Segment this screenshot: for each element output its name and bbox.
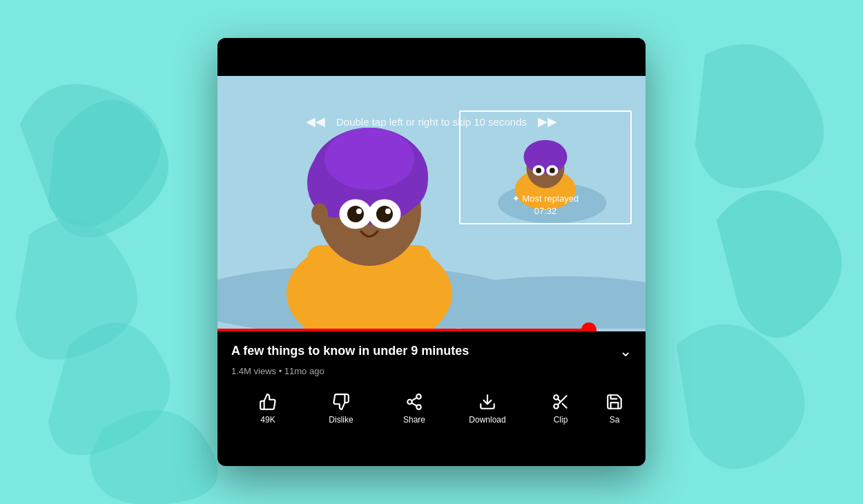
- share-icon: [405, 393, 423, 411]
- progress-bar-container[interactable]: [217, 329, 646, 331]
- top-bar: [217, 38, 646, 76]
- svg-point-30: [536, 168, 541, 173]
- svg-point-20: [311, 203, 328, 225]
- info-panel: A few things to know in under 9 minutes …: [217, 331, 646, 441]
- svg-line-36: [411, 398, 416, 400]
- save-label: Sa: [610, 415, 620, 425]
- download-icon: [478, 393, 496, 411]
- save-button[interactable]: Sa: [597, 387, 632, 430]
- skip-hint-text: Double tap left or right to skip 10 seco…: [336, 116, 527, 128]
- share-label: Share: [403, 415, 425, 425]
- thumbs-up-icon: [259, 393, 277, 411]
- svg-point-31: [550, 168, 555, 173]
- download-button[interactable]: Download: [451, 387, 524, 430]
- svg-point-10: [324, 128, 414, 190]
- save-icon: [605, 393, 623, 411]
- svg-point-25: [524, 140, 568, 174]
- svg-point-17: [376, 206, 393, 222]
- progress-bar: [217, 329, 590, 331]
- thumbs-down-icon: [332, 393, 350, 411]
- dislike-button[interactable]: Dislike: [304, 387, 378, 430]
- phone-container: ◀◀ Double tap left or right to skip 10 s…: [217, 38, 646, 466]
- chevron-down-icon[interactable]: ⌄: [619, 342, 632, 360]
- most-replayed-label: ✦ Most replayed: [512, 193, 579, 204]
- svg-line-35: [411, 403, 416, 406]
- clip-label: Clip: [554, 415, 568, 425]
- svg-point-19: [385, 209, 391, 214]
- like-count: 49K: [260, 415, 275, 425]
- download-label: Download: [469, 415, 505, 425]
- skip-hint-overlay: ◀◀ Double tap left or right to skip 10 s…: [217, 114, 646, 129]
- share-button[interactable]: Share: [378, 387, 451, 430]
- svg-line-42: [558, 399, 561, 402]
- video-area[interactable]: ◀◀ Double tap left or right to skip 10 s…: [217, 76, 646, 331]
- most-replayed-time: 07:32: [534, 206, 557, 216]
- svg-line-41: [563, 404, 567, 408]
- skip-right-arrows: ▶▶: [538, 114, 557, 129]
- dislike-label: Dislike: [329, 415, 353, 425]
- title-row: A few things to know in under 9 minutes …: [231, 342, 632, 360]
- clip-icon: [552, 393, 570, 411]
- skip-left-arrows: ◀◀: [306, 114, 325, 129]
- like-button[interactable]: 49K: [231, 387, 304, 430]
- svg-point-16: [347, 206, 364, 222]
- clip-button[interactable]: Clip: [524, 387, 597, 430]
- svg-point-18: [356, 209, 362, 214]
- actions-row: 49K Dislike Share: [231, 387, 632, 430]
- video-title: A few things to know in under 9 minutes: [231, 343, 611, 359]
- video-meta: 1.4M views • 11mo ago: [231, 366, 632, 376]
